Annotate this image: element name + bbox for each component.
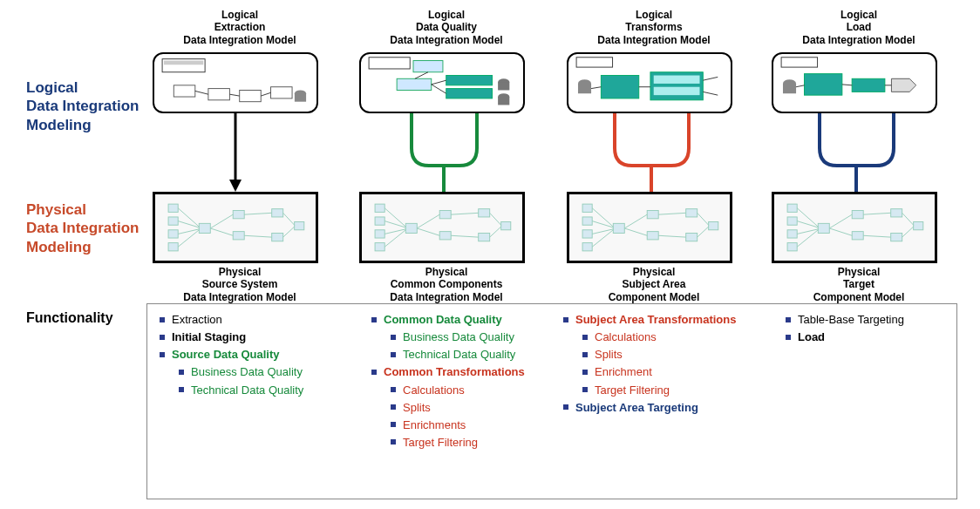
svg-rect-76 (582, 230, 592, 238)
svg-line-42 (432, 85, 446, 93)
svg-rect-19 (272, 233, 283, 241)
physical-caption-2: PhysicalCommon ComponentsData Integratio… (359, 266, 534, 303)
functionality-item: Splits (389, 399, 588, 417)
functionality-item: Source Data Quality (158, 346, 367, 363)
svg-line-93 (698, 227, 709, 237)
svg-line-70 (591, 87, 601, 89)
svg-line-30 (283, 227, 295, 237)
svg-rect-78 (613, 223, 624, 233)
svg-rect-107 (852, 211, 863, 219)
svg-line-91 (658, 235, 686, 237)
functionality-item: Business Data Quality (389, 329, 588, 346)
svg-line-117 (829, 228, 852, 235)
physical-model-box-4 (772, 192, 937, 263)
logical-model-box-1 (153, 52, 318, 113)
svg-rect-104 (787, 230, 797, 238)
svg-line-115 (797, 230, 818, 247)
functionality-col-3: Subject Area TransformationsCalculations… (561, 311, 775, 417)
svg-rect-49 (439, 232, 451, 240)
functionality-item: Initial Staging (158, 329, 367, 346)
svg-rect-45 (375, 230, 385, 238)
svg-rect-97 (804, 74, 841, 96)
physical-caption-4: PhysicalTargetComponent Model (772, 266, 946, 303)
svg-rect-43 (375, 204, 385, 212)
svg-rect-96 (783, 84, 796, 93)
svg-rect-34 (446, 76, 493, 85)
svg-line-87 (592, 230, 613, 247)
svg-rect-69 (654, 87, 700, 95)
svg-rect-83 (709, 222, 718, 230)
svg-line-88 (624, 214, 647, 228)
logical-model-box-2 (359, 52, 525, 113)
svg-rect-48 (439, 211, 451, 219)
svg-line-26 (210, 228, 233, 235)
physical-model-box-2 (359, 192, 525, 263)
functionality-item: Splits (581, 346, 775, 363)
svg-line-121 (902, 227, 914, 237)
svg-rect-50 (479, 209, 490, 217)
functionality-item: Target Filtering (581, 382, 775, 399)
svg-rect-2 (174, 85, 195, 97)
physical-model-box-3 (567, 192, 732, 263)
svg-line-89 (624, 228, 647, 235)
svg-line-29 (283, 213, 295, 225)
svg-rect-12 (168, 217, 178, 225)
svg-line-8 (261, 92, 270, 96)
svg-line-114 (797, 229, 818, 234)
svg-line-60 (451, 235, 479, 237)
svg-rect-13 (168, 230, 178, 238)
logical-model-box-4 (772, 52, 937, 113)
functionality-item: Enrichment (581, 363, 775, 381)
svg-rect-35 (446, 89, 493, 98)
svg-line-27 (244, 213, 272, 214)
svg-rect-66 (601, 76, 638, 98)
svg-rect-75 (582, 217, 592, 225)
svg-line-24 (178, 230, 199, 247)
svg-rect-39 (498, 97, 509, 105)
functionality-item: Subject Area Targeting (561, 399, 775, 417)
svg-rect-47 (405, 223, 417, 233)
functionality-item: Common Data Quality (370, 311, 588, 329)
functionality-item: Subject Area Transformations (561, 311, 775, 329)
svg-rect-18 (272, 209, 283, 217)
svg-rect-10 (295, 93, 306, 101)
logical-model-box-3 (567, 52, 732, 113)
row-label-functionality: Functionality (26, 309, 113, 327)
svg-rect-110 (891, 233, 902, 241)
svg-rect-14 (168, 243, 178, 251)
svg-line-116 (829, 214, 852, 228)
svg-rect-37 (498, 82, 509, 90)
connector-4 (772, 113, 946, 193)
svg-rect-3 (208, 89, 230, 100)
svg-rect-46 (375, 243, 385, 251)
svg-rect-33 (397, 78, 432, 90)
svg-rect-52 (501, 222, 511, 230)
functionality-item: Table-Base Targeting (784, 311, 949, 329)
functionality-item: Common Transformations (370, 363, 588, 381)
svg-line-92 (698, 213, 709, 225)
svg-line-86 (592, 229, 613, 234)
functionality-item: Load (784, 329, 949, 346)
physical-caption-1: PhysicalSource SystemData Integration Mo… (153, 266, 327, 303)
svg-line-40 (415, 72, 428, 79)
logical-caption-4: LogicalLoadData Integration Model (772, 9, 946, 46)
svg-rect-20 (295, 222, 304, 230)
row-label-logical: LogicalData IntegrationModeling (26, 78, 139, 134)
svg-line-120 (902, 213, 914, 225)
physical-model-box-1 (153, 192, 318, 263)
svg-line-61 (490, 213, 501, 225)
svg-rect-65 (578, 84, 591, 93)
logical-caption-3: LogicalTransformsData Integration Model (567, 9, 741, 46)
logical-caption-2: LogicalData QualityData Integration Mode… (359, 9, 534, 46)
svg-line-90 (658, 213, 686, 214)
svg-line-62 (490, 227, 501, 237)
svg-rect-32 (413, 61, 443, 72)
functionality-item: Calculations (581, 329, 775, 346)
svg-rect-4 (240, 90, 262, 101)
svg-rect-74 (582, 204, 592, 212)
svg-rect-44 (375, 217, 385, 225)
svg-rect-80 (647, 232, 658, 240)
svg-line-55 (385, 229, 405, 234)
functionality-col-4: Table-Base TargetingLoad (784, 311, 949, 346)
functionality-item: Calculations (389, 382, 588, 399)
